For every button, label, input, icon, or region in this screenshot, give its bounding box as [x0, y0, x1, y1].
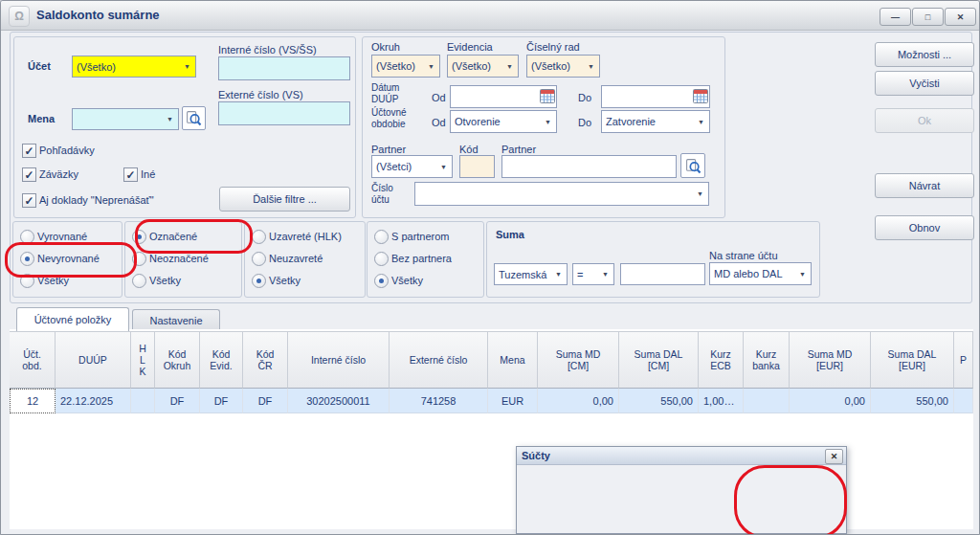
column-header[interactable]: DUÚP [56, 331, 131, 389]
checkbox-zavazky[interactable]: ✓ [22, 167, 36, 182]
tab-uctovne-polozky[interactable]: Účtovné položky [16, 307, 129, 331]
cislo-uctu-combobox[interactable]: ▼ [414, 182, 709, 206]
na-strane-combobox[interactable]: MD alebo DAL▼ [709, 262, 812, 285]
sucty-titlebar[interactable]: Súčty [517, 447, 846, 465]
titlebar[interactable]: Ω Saldokonto sumárne — □ ✕ [1, 1, 979, 31]
radio-label[interactable]: Neuzavreté [269, 253, 323, 264]
radio-neoznacene[interactable] [132, 252, 146, 266]
table-cell[interactable]: EUR [488, 389, 538, 413]
radio-vyrovnane[interactable] [20, 230, 34, 244]
radio-label[interactable]: Bez partnera [391, 253, 452, 264]
table-cell[interactable]: 30202500011 [288, 389, 390, 413]
suma-value-input[interactable] [620, 263, 705, 285]
column-header[interactable]: Suma MD [EUR] [790, 331, 871, 389]
radio-vsetky-1[interactable] [20, 274, 34, 288]
table-cell[interactable]: DF [243, 389, 288, 413]
column-header[interactable]: Suma DAL [CM] [619, 331, 699, 389]
do-label: Do [578, 92, 591, 103]
obnov-button[interactable]: Obnov [875, 215, 974, 240]
table-cell[interactable] [954, 389, 973, 413]
table-cell[interactable]: 22.12.2025 [56, 389, 131, 413]
table-cell[interactable]: 550,00 [871, 389, 954, 413]
sucty-close-button[interactable]: ✕ [825, 449, 843, 464]
column-header[interactable]: Suma MD [CM] [538, 331, 619, 389]
radio-uzavrete[interactable] [252, 230, 266, 244]
obdobie-do-combobox[interactable]: Zatvorenie▼ [601, 110, 710, 133]
column-header[interactable]: Kód Evid. [200, 331, 243, 389]
radio-neuzavrete[interactable] [252, 252, 266, 266]
radio-label[interactable]: Všetky [269, 275, 301, 286]
table-cell[interactable]: DF [155, 389, 200, 413]
cislo-uctu-label: Číslo účtu [371, 183, 393, 206]
obdobie-od-combobox[interactable]: Otvorenie▼ [450, 110, 557, 133]
table-row[interactable]: 1222.12.2025DFDFDF30202500011741258EUR0,… [10, 389, 973, 413]
radio-nevyrovnane[interactable] [20, 252, 34, 266]
checkbox-aj-doklady[interactable]: ✓ [22, 193, 36, 208]
mena-search-button[interactable] [182, 106, 206, 130]
chevron-down-icon: ▼ [435, 164, 452, 170]
radio-vsetky-3[interactable] [252, 274, 266, 288]
table-cell[interactable]: 0,00 [538, 389, 619, 413]
partner-combobox[interactable]: (Všetci)▼ [371, 155, 453, 178]
chevron-down-icon: ▼ [179, 63, 195, 70]
check-icon: ✓ [24, 145, 33, 157]
radio-vsetky-2[interactable] [132, 274, 146, 288]
table-cell[interactable]: 12 [10, 389, 56, 413]
table-cell[interactable]: 0,00 [790, 389, 871, 413]
column-header[interactable]: H L K [131, 331, 155, 389]
radio-label[interactable]: Všetky [391, 275, 423, 286]
column-header[interactable]: Externé číslo [390, 331, 488, 389]
column-header[interactable]: Mena [488, 331, 538, 389]
radio-label[interactable]: Vyrovnané [37, 231, 87, 242]
radio-oznacene[interactable] [132, 230, 146, 244]
minimize-button[interactable]: — [880, 8, 911, 26]
mena-combobox[interactable]: ▼ [72, 108, 179, 130]
moznosti-button[interactable]: Možnosti ... [875, 42, 974, 67]
table-cell[interactable]: 550,00 [619, 389, 699, 413]
column-header[interactable]: Kurz banka [744, 331, 790, 389]
externe-cislo-input[interactable] [218, 101, 350, 125]
table-cell[interactable]: 741258 [390, 389, 488, 413]
calendar-icon[interactable] [693, 89, 708, 103]
ucet-combobox[interactable]: (Všetko) ▼ [72, 56, 196, 78]
radio-label[interactable]: Všetky [149, 275, 181, 286]
kod-input[interactable] [459, 155, 495, 178]
radio-vsetky-4[interactable] [374, 274, 389, 288]
table-cell[interactable]: DF [200, 389, 243, 413]
radio-bez-partnera[interactable] [374, 252, 389, 266]
radio-label[interactable]: Neoznačené [149, 253, 209, 264]
partner-search-button[interactable] [680, 153, 705, 178]
radio-label[interactable]: S partnerom [391, 231, 450, 242]
suma-operator-combobox[interactable]: =▼ [572, 263, 614, 285]
checkbox-ine[interactable]: ✓ [123, 167, 138, 182]
vycisti-button[interactable]: Vyčisti [875, 71, 974, 96]
navrat-button[interactable]: Návrat [875, 173, 974, 198]
table-cell[interactable]: 1,00… [699, 389, 744, 413]
column-header[interactable]: Suma DAL [EUR] [871, 331, 954, 389]
radio-label[interactable]: Nevyrovnané [37, 253, 100, 264]
calendar-icon[interactable] [540, 89, 555, 103]
radio-label[interactable]: Všetky [37, 275, 69, 286]
maximize-button[interactable]: □ [912, 8, 944, 26]
table-cell[interactable] [131, 389, 155, 413]
okruh-combobox[interactable]: (Všetko)▼ [371, 55, 440, 78]
evidencia-combobox[interactable]: (Všetko)▼ [447, 55, 519, 78]
ciselny-rad-combobox[interactable]: (Všetko)▼ [526, 55, 600, 78]
column-header[interactable]: Kód Okruh [155, 331, 200, 389]
column-header[interactable]: Účt. obd. [10, 331, 56, 389]
interne-cislo-input[interactable] [218, 56, 350, 80]
partner-name-input[interactable] [501, 155, 677, 178]
table-cell[interactable] [744, 389, 790, 413]
column-header[interactable]: Kód ČR [243, 331, 288, 389]
radio-label[interactable]: Označené [149, 231, 197, 242]
checkbox-pohladavky[interactable]: ✓ [22, 144, 36, 158]
column-header[interactable]: Kurz ECB [699, 331, 744, 389]
column-header[interactable]: P [954, 331, 973, 389]
tab-nastavenie[interactable]: Nastavenie [132, 309, 220, 331]
suma-mena-combobox[interactable]: Tuzemská▼ [494, 263, 568, 285]
radio-s-partnerom[interactable] [374, 230, 389, 244]
close-button[interactable]: ✕ [945, 8, 976, 26]
column-header[interactable]: Interné číslo [288, 331, 390, 389]
dalsie-filtre-button[interactable]: Ďalšie filtre ... [219, 187, 350, 212]
radio-label[interactable]: Uzavreté (HLK) [269, 231, 342, 242]
